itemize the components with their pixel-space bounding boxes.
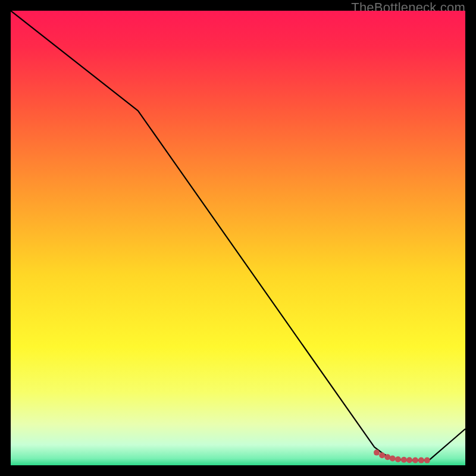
data-marker [424, 458, 430, 464]
data-marker [401, 457, 407, 463]
data-marker [390, 456, 396, 462]
bottleneck-chart [11, 11, 465, 465]
data-marker [379, 452, 385, 458]
data-marker [406, 457, 412, 463]
chart-frame: TheBottleneck.com [0, 0, 476, 476]
data-marker [412, 457, 418, 463]
data-marker [395, 456, 401, 462]
gradient-background [11, 11, 465, 465]
data-marker [384, 454, 390, 460]
data-marker [374, 450, 380, 456]
data-marker [418, 458, 424, 464]
